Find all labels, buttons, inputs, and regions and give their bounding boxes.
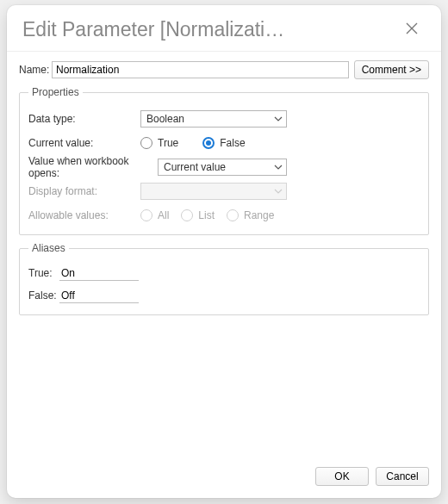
close-icon: [405, 22, 419, 38]
radio-all-label: All: [158, 209, 169, 221]
display-format-label: Display format:: [28, 185, 140, 197]
name-row: Name: Comment >>: [19, 60, 429, 79]
radio-icon: [181, 209, 193, 221]
radio-icon: [140, 137, 152, 149]
alias-false-row: False:: [28, 285, 420, 306]
radio-range: Range: [227, 209, 274, 221]
when-open-label: Value when workbook opens:: [28, 155, 158, 179]
name-label: Name:: [19, 64, 52, 76]
when-open-row: Value when workbook opens: Current value: [28, 155, 420, 179]
when-open-select[interactable]: Current value: [158, 159, 287, 176]
alias-false-input[interactable]: [59, 288, 139, 303]
radio-true[interactable]: True: [140, 137, 178, 149]
name-input[interactable]: [52, 61, 349, 78]
ok-button[interactable]: OK: [315, 467, 369, 486]
chevron-down-icon: [274, 115, 283, 123]
radio-false[interactable]: False: [202, 137, 245, 149]
alias-true-row: True:: [28, 263, 420, 283]
data-type-value: Boolean: [146, 113, 184, 125]
alias-true-input[interactable]: [59, 265, 139, 281]
radio-true-label: True: [158, 137, 178, 149]
when-open-value: Current value: [164, 161, 226, 173]
properties-fieldset: Properties Data type: Boolean Current va…: [19, 86, 429, 235]
titlebar: Edit Parameter [Normalizati…: [7, 5, 441, 52]
current-value-label: Current value:: [28, 137, 140, 149]
dialog-title: Edit Parameter [Normalizati…: [22, 18, 284, 41]
chevron-down-icon: [274, 163, 283, 171]
chevron-down-icon: [274, 187, 283, 196]
edit-parameter-dialog: Edit Parameter [Normalizati… Name: Comme…: [7, 5, 441, 498]
aliases-fieldset: Aliases True: False:: [19, 242, 429, 315]
radio-list-label: List: [198, 209, 215, 221]
radio-false-label: False: [220, 137, 245, 149]
data-type-select[interactable]: Boolean: [140, 110, 287, 128]
current-value-row: Current value: True False: [28, 131, 420, 155]
radio-icon: [140, 209, 152, 221]
dialog-content: Name: Comment >> Properties Data type: B…: [7, 52, 441, 458]
radio-list: List: [181, 209, 215, 221]
alias-true-label: True:: [28, 267, 59, 279]
radio-icon: [227, 209, 239, 221]
radio-all: All: [140, 209, 169, 221]
radio-range-label: Range: [244, 209, 274, 221]
comment-button[interactable]: Comment >>: [354, 60, 429, 79]
current-value-radio-group: True False: [140, 137, 246, 149]
cancel-button[interactable]: Cancel: [376, 467, 429, 486]
allowable-values-radio-group: All List Range: [140, 209, 274, 221]
data-type-label: Data type:: [28, 113, 140, 125]
display-format-row: Display format:: [28, 179, 420, 203]
allowable-values-row: Allowable values: All List Range: [28, 203, 420, 227]
display-format-select: [140, 183, 287, 200]
radio-icon: [202, 137, 215, 149]
data-type-row: Data type: Boolean: [28, 107, 420, 131]
aliases-legend: Aliases: [28, 242, 69, 254]
close-button[interactable]: [398, 16, 426, 44]
dialog-footer: OK Cancel: [7, 458, 441, 498]
properties-legend: Properties: [28, 86, 83, 98]
allowable-values-label: Allowable values:: [28, 209, 140, 221]
alias-false-label: False:: [28, 289, 59, 302]
